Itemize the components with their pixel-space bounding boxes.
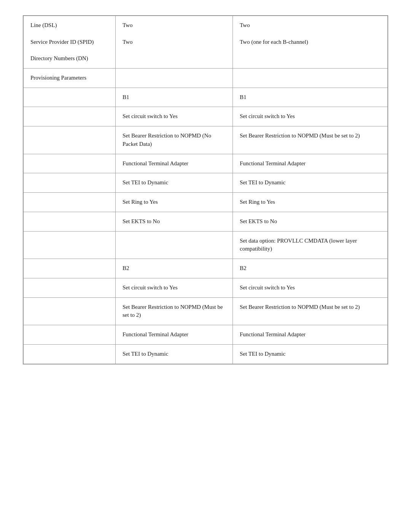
table-row: Functional Terminal AdapterFunctional Te… <box>24 325 388 345</box>
table-cell: Set Ring to Yes <box>116 193 233 212</box>
provisioning-table: Line (DSL)Service Provider ID (SPID)Dire… <box>23 16 388 364</box>
table-cell: Set Bearer Restriction to NOPMD (No Pack… <box>116 126 233 154</box>
table-cell: Set EKTS to No <box>233 212 388 231</box>
cell-label: Directory Numbers (DN) <box>30 55 88 61</box>
cell-text: Set EKTS to No <box>123 218 160 224</box>
table-cell <box>24 107 116 126</box>
cell-text: Two <box>123 39 132 45</box>
cell-text: B1 <box>123 94 129 100</box>
table-row: B2B2 <box>24 259 388 278</box>
table-cell: B1 <box>116 88 233 107</box>
cell-text: Set Ring to Yes <box>240 199 275 205</box>
cell-text: Functional Terminal Adapter <box>123 331 188 337</box>
cell-text: Two <box>123 22 132 28</box>
table-cell: Set TEI to Dynamic <box>233 344 388 364</box>
table-cell: Set EKTS to No <box>116 212 233 231</box>
table-cell: Set circuit switch to Yes <box>233 107 388 126</box>
table-row: Set Ring to YesSet Ring to Yes <box>24 193 388 212</box>
table-cell <box>116 231 233 259</box>
cell-label: Line (DSL) <box>30 22 57 28</box>
cell-text: Set circuit switch to Yes <box>123 113 178 119</box>
table-row: Provisioning Parameters <box>24 68 388 88</box>
table-cell <box>24 173 116 193</box>
table-row: Functional Terminal AdapterFunctional Te… <box>24 154 388 173</box>
cell-text: Functional Terminal Adapter <box>240 331 306 337</box>
cell-text: Set EKTS to No <box>240 218 277 224</box>
table-cell <box>116 68 233 88</box>
table-cell <box>24 297 116 325</box>
table-cell: Set Ring to Yes <box>233 193 388 212</box>
table-row: Set data option: PROVLLC CMDATA (lower l… <box>24 231 388 259</box>
table-cell: Functional Terminal Adapter <box>233 154 388 173</box>
cell-text: Set circuit switch to Yes <box>240 284 295 291</box>
cell-text: Set data option: PROVLLC CMDATA (lower l… <box>240 238 357 252</box>
cell-text: Two (one for each B-channel) <box>240 39 308 45</box>
table-row: Set TEI to DynamicSet TEI to Dynamic <box>24 173 388 193</box>
table-row: Set circuit switch to YesSet circuit swi… <box>24 278 388 297</box>
cell-text: Set TEI to Dynamic <box>123 351 168 357</box>
table-cell: Provisioning Parameters <box>24 68 116 88</box>
cell-text: B2 <box>240 265 247 271</box>
table-cell <box>24 344 116 364</box>
cell-text: Set Bearer Restriction to NOPMD (No Pack… <box>123 133 211 147</box>
cell-text: Set TEI to Dynamic <box>240 351 285 357</box>
table-cell: Set data option: PROVLLC CMDATA (lower l… <box>233 231 388 259</box>
cell-text: B1 <box>240 94 247 100</box>
table-cell: Set circuit switch to Yes <box>116 278 233 297</box>
table-cell: Set Bearer Restriction to NOPMD (Must be… <box>233 126 388 154</box>
table-cell: Functional Terminal Adapter <box>233 325 388 345</box>
table-cell: Set TEI to Dynamic <box>116 173 233 193</box>
table-row: Line (DSL)Service Provider ID (SPID)Dire… <box>24 16 388 69</box>
cell-text: Provisioning Parameters <box>30 75 86 81</box>
table-cell: TwoTwo <box>116 16 233 69</box>
table-cell: Functional Terminal Adapter <box>116 325 233 345</box>
cell-text: Set TEI to Dynamic <box>123 179 168 185</box>
table-cell: Set circuit switch to Yes <box>233 278 388 297</box>
table-cell <box>233 68 388 88</box>
table-row: Set TEI to DynamicSet TEI to Dynamic <box>24 344 388 364</box>
cell-text: B2 <box>123 265 129 271</box>
cell-text: Set circuit switch to Yes <box>240 113 295 119</box>
table-row: B1B1 <box>24 88 388 107</box>
table-row: Set EKTS to NoSet EKTS to No <box>24 212 388 231</box>
main-table-wrapper: Line (DSL)Service Provider ID (SPID)Dire… <box>23 15 388 364</box>
cell-label: Service Provider ID (SPID) <box>30 39 94 45</box>
table-cell: Set TEI to Dynamic <box>233 173 388 193</box>
table-cell <box>24 88 116 107</box>
table-cell: Set TEI to Dynamic <box>116 344 233 364</box>
table-row: Set Bearer Restriction to NOPMD (Must be… <box>24 297 388 325</box>
table-cell <box>24 193 116 212</box>
cell-text: Set TEI to Dynamic <box>240 179 285 185</box>
cell-text: Functional Terminal Adapter <box>123 160 188 166</box>
cell-text: Set Bearer Restriction to NOPMD (Must be… <box>240 133 360 139</box>
table-cell: Line (DSL)Service Provider ID (SPID)Dire… <box>24 16 116 69</box>
cell-text: Set Bearer Restriction to NOPMD (Must be… <box>123 304 223 318</box>
table-cell <box>24 325 116 345</box>
cell-text: Set Bearer Restriction to NOPMD (Must be… <box>240 304 360 310</box>
table-cell <box>24 278 116 297</box>
table-row: Set Bearer Restriction to NOPMD (No Pack… <box>24 126 388 154</box>
table-cell <box>24 231 116 259</box>
table-cell: TwoTwo (one for each B-channel) <box>233 16 388 69</box>
table-cell <box>24 212 116 231</box>
table-cell: B2 <box>233 259 388 278</box>
cell-text: Set Ring to Yes <box>123 199 158 205</box>
table-cell <box>24 154 116 173</box>
table-cell: Set circuit switch to Yes <box>116 107 233 126</box>
table-cell: Functional Terminal Adapter <box>116 154 233 173</box>
cell-text: Functional Terminal Adapter <box>240 160 306 166</box>
table-cell: Set Bearer Restriction to NOPMD (Must be… <box>116 297 233 325</box>
table-cell <box>24 126 116 154</box>
table-cell <box>24 259 116 278</box>
table-cell: Set Bearer Restriction to NOPMD (Must be… <box>233 297 388 325</box>
cell-text: Two <box>240 22 250 28</box>
table-cell: B1 <box>233 88 388 107</box>
table-cell: B2 <box>116 259 233 278</box>
cell-text: Set circuit switch to Yes <box>123 284 178 291</box>
table-row: Set circuit switch to YesSet circuit swi… <box>24 107 388 126</box>
